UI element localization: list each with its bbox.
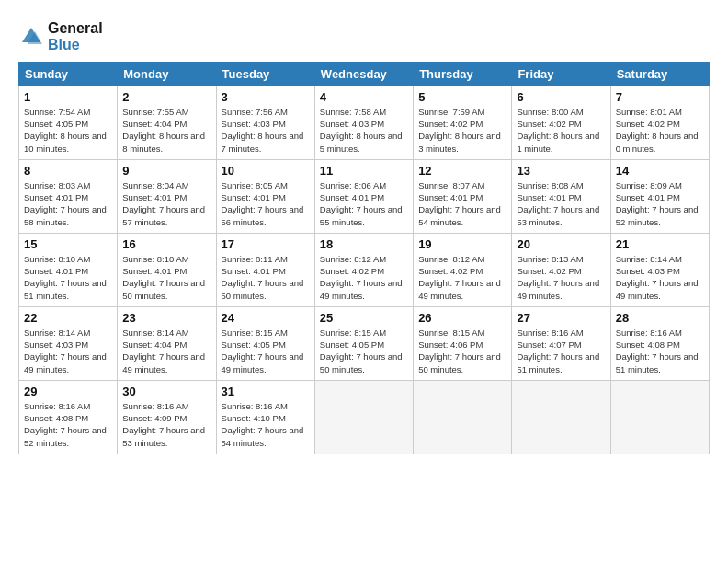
col-saturday: Saturday [610,62,709,86]
table-row: 5Sunrise: 7:59 AMSunset: 4:02 PMDaylight… [414,86,512,159]
logo-icon [18,24,44,50]
table-row: 3Sunrise: 7:56 AMSunset: 4:03 PMDaylight… [216,86,314,159]
calendar-table: Sunday Monday Tuesday Wednesday Thursday… [18,62,710,454]
week-row-5: 29Sunrise: 8:16 AMSunset: 4:08 PMDayligh… [19,380,710,454]
table-row: 30Sunrise: 8:16 AMSunset: 4:09 PMDayligh… [118,380,216,454]
table-row [512,380,610,454]
table-row [314,380,413,454]
table-row: 15Sunrise: 8:10 AMSunset: 4:01 PMDayligh… [19,233,118,306]
week-row-2: 8Sunrise: 8:03 AMSunset: 4:01 PMDaylight… [19,159,710,233]
calendar-page: General Blue Sunday Monday Tuesday Wedne… [0,0,728,563]
table-row: 28Sunrise: 8:16 AMSunset: 4:08 PMDayligh… [610,306,709,380]
table-row: 23Sunrise: 8:14 AMSunset: 4:04 PMDayligh… [118,306,216,380]
table-row: 22Sunrise: 8:14 AMSunset: 4:03 PMDayligh… [19,306,118,380]
table-row: 1Sunrise: 7:54 AMSunset: 4:05 PMDaylight… [19,86,118,159]
table-row: 6Sunrise: 8:00 AMSunset: 4:02 PMDaylight… [512,86,610,159]
table-row: 7Sunrise: 8:01 AMSunset: 4:02 PMDaylight… [610,86,709,159]
table-row: 17Sunrise: 8:11 AMSunset: 4:01 PMDayligh… [216,233,314,306]
table-row: 19Sunrise: 8:12 AMSunset: 4:02 PMDayligh… [414,233,512,306]
logo: General Blue [18,20,103,54]
table-row: 29Sunrise: 8:16 AMSunset: 4:08 PMDayligh… [19,380,118,454]
table-row: 13Sunrise: 8:08 AMSunset: 4:01 PMDayligh… [512,159,610,233]
table-row: 31Sunrise: 8:16 AMSunset: 4:10 PMDayligh… [216,380,314,454]
col-monday: Monday [118,62,216,86]
week-row-1: 1Sunrise: 7:54 AMSunset: 4:05 PMDaylight… [19,86,710,159]
table-row: 14Sunrise: 8:09 AMSunset: 4:01 PMDayligh… [610,159,709,233]
col-wednesday: Wednesday [314,62,413,86]
table-row: 4Sunrise: 7:58 AMSunset: 4:03 PMDaylight… [314,86,413,159]
col-thursday: Thursday [414,62,512,86]
week-row-4: 22Sunrise: 8:14 AMSunset: 4:03 PMDayligh… [19,306,710,380]
week-row-3: 15Sunrise: 8:10 AMSunset: 4:01 PMDayligh… [19,233,710,306]
table-row: 18Sunrise: 8:12 AMSunset: 4:02 PMDayligh… [314,233,413,306]
table-row: 16Sunrise: 8:10 AMSunset: 4:01 PMDayligh… [118,233,216,306]
header: General Blue [18,17,710,54]
table-row: 26Sunrise: 8:15 AMSunset: 4:06 PMDayligh… [414,306,512,380]
table-row: 24Sunrise: 8:15 AMSunset: 4:05 PMDayligh… [216,306,314,380]
table-row: 10Sunrise: 8:05 AMSunset: 4:01 PMDayligh… [216,159,314,233]
table-row: 25Sunrise: 8:15 AMSunset: 4:05 PMDayligh… [314,306,413,380]
table-row: 11Sunrise: 8:06 AMSunset: 4:01 PMDayligh… [314,159,413,233]
table-row: 2Sunrise: 7:55 AMSunset: 4:04 PMDaylight… [118,86,216,159]
logo-text: General Blue [48,20,103,54]
table-row: 9Sunrise: 8:04 AMSunset: 4:01 PMDaylight… [118,159,216,233]
table-row [414,380,512,454]
table-row: 21Sunrise: 8:14 AMSunset: 4:03 PMDayligh… [610,233,709,306]
table-row: 8Sunrise: 8:03 AMSunset: 4:01 PMDaylight… [19,159,118,233]
header-row: Sunday Monday Tuesday Wednesday Thursday… [19,62,710,86]
table-row: 20Sunrise: 8:13 AMSunset: 4:02 PMDayligh… [512,233,610,306]
table-row: 27Sunrise: 8:16 AMSunset: 4:07 PMDayligh… [512,306,610,380]
table-row: 12Sunrise: 8:07 AMSunset: 4:01 PMDayligh… [414,159,512,233]
col-sunday: Sunday [19,62,118,86]
col-tuesday: Tuesday [216,62,314,86]
table-row [610,380,709,454]
col-friday: Friday [512,62,610,86]
